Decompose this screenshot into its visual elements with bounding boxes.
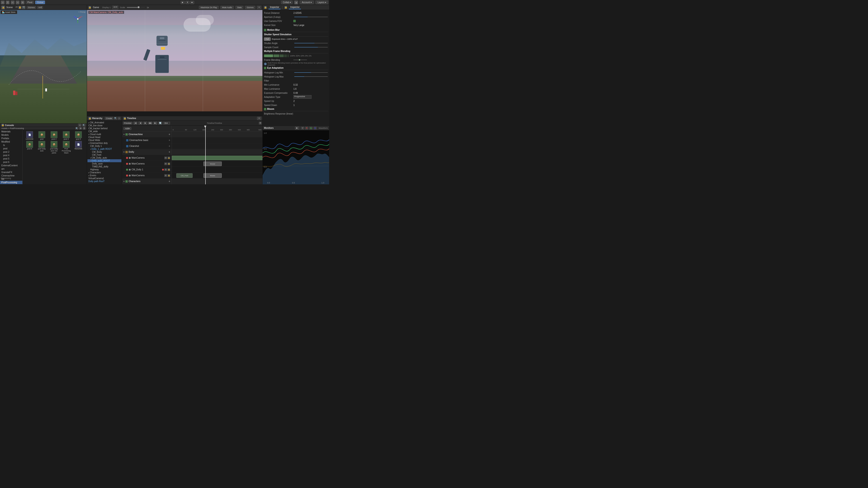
folder-granste[interactable]: GransteFX xyxy=(0,170,22,174)
hier-cm-body[interactable]: CM_Body xyxy=(88,151,121,153)
folder-am[interactable]: am xyxy=(0,167,22,170)
gizmos-button[interactable]: Gizmos xyxy=(27,6,36,9)
histogram-log-max-slider[interactable] xyxy=(294,76,328,77)
stats-button[interactable]: Stats xyxy=(236,6,243,9)
add-track-button[interactable]: Add▾ xyxy=(123,127,131,130)
account-button[interactable]: Account ▾ xyxy=(300,1,314,4)
folder-external[interactable]: ExternalContent xyxy=(0,164,22,167)
tl-play-prev-button[interactable]: ◀ xyxy=(138,122,143,125)
track-cinem-basic-add[interactable]: + xyxy=(168,139,170,142)
mute-audio-button[interactable]: Mute Audio xyxy=(220,6,234,9)
hier-cm-tracker[interactable]: CM_tracker behind xyxy=(88,127,121,130)
file-post4[interactable]: 📦 post 4 xyxy=(61,131,72,140)
kernel-size-value[interactable]: Very Large xyxy=(293,24,304,26)
eye-adaptation-checkbox[interactable]: ✓ xyxy=(264,67,266,69)
track-maincam3-mute[interactable]: M xyxy=(164,174,167,177)
hier-cloud-wide[interactable]: Cloud Wide xyxy=(88,139,121,142)
global-button[interactable]: Global xyxy=(35,1,45,4)
file-post[interactable]: 📦 post xyxy=(36,131,48,140)
shutter-angle-slider[interactable] xyxy=(294,43,328,43)
hier-dolly1-path-root[interactable]: ▾Dolly_1_path ROOT xyxy=(88,148,121,151)
hier-dolly-auto[interactable]: Dolly_auto xyxy=(88,162,121,165)
frame-counter[interactable]: 304 xyxy=(163,122,170,125)
tl-settings-icon[interactable]: ⚙ xyxy=(259,122,261,125)
hierarchy-create-button[interactable]: Create xyxy=(105,117,113,120)
folder-post[interactable]: post xyxy=(0,147,22,150)
hier-dolly-auto-root[interactable]: ▾Dolly_auto_ROOT xyxy=(88,159,121,162)
scene-all-button[interactable]: ≡All xyxy=(37,6,43,9)
step-button[interactable]: ⏭ xyxy=(190,1,194,4)
tl-clip-maincam2-muted[interactable]: Muted xyxy=(204,162,221,166)
track-maincam1-mute[interactable]: M xyxy=(164,157,167,159)
folder-models[interactable]: Models xyxy=(0,133,22,137)
max-luminance-value[interactable]: 1.6 xyxy=(293,88,297,90)
hier-cm-wide[interactable]: CM_wide xyxy=(88,130,121,133)
channel-y-btn[interactable]: Y xyxy=(301,127,304,129)
hier-cm-feet[interactable]: CM_Feet xyxy=(88,153,121,156)
tl-play-next-button[interactable]: ▶▶ xyxy=(148,122,152,125)
hierarchy-search-icon[interactable]: 🔍 xyxy=(114,117,117,120)
bloom-checkbox[interactable]: ✓ xyxy=(264,108,266,110)
game-gizmos-button[interactable]: Gizmos xyxy=(245,6,255,9)
speed-up-value[interactable]: 2 xyxy=(293,100,295,102)
collab-button[interactable]: Collab ▾ xyxy=(281,1,292,4)
hier-enviro[interactable]: ▸Enviro xyxy=(88,174,121,177)
folder-post4[interactable]: post 4 xyxy=(0,154,22,157)
asset-store-tab[interactable]: 🏪 Asset Store xyxy=(0,10,17,14)
tl-clip-maincam3-muted[interactable]: Muted xyxy=(204,173,221,178)
track-characters-add[interactable]: + xyxy=(168,180,170,183)
file-post5[interactable]: 📦 post 5 xyxy=(73,131,84,140)
tl-clip-maincam1[interactable] xyxy=(172,156,262,160)
console-clear-icon[interactable]: ✕ xyxy=(78,124,81,127)
tl-clip-cm-feet[interactable]: CM_Feet xyxy=(176,173,193,178)
track-cinemachine-add[interactable]: + xyxy=(168,133,170,136)
track-cm-dolly1-lock[interactable]: 🔒 xyxy=(167,168,170,171)
folder-cinemachine[interactable]: Cinemachine xyxy=(0,174,22,177)
aperture-slider[interactable] xyxy=(294,17,328,17)
file-license[interactable]: 📄 LICENSE xyxy=(24,131,35,140)
shutter-full-button[interactable]: Full xyxy=(264,37,271,41)
hier-highway[interactable]: Highway xyxy=(88,168,121,171)
channel-b-btn[interactable]: B xyxy=(313,127,317,129)
tl-play-button[interactable]: ▶ xyxy=(143,122,147,125)
hier-characters[interactable]: ▸Characters xyxy=(88,171,121,174)
track-maincam2-mute[interactable]: M xyxy=(164,162,167,165)
hier-cinemachine-dolly[interactable]: ▾Cinemachine doly xyxy=(88,142,121,144)
file-post6[interactable]: 📦 post 6 xyxy=(24,141,35,154)
motion-blur-checkbox[interactable]: ✓ xyxy=(264,29,266,31)
hier-cloud-multi[interactable]: ▸Cloud multi xyxy=(88,133,121,136)
asset-search-icon[interactable]: 🔍 xyxy=(75,127,78,130)
file-post-dolly[interactable]: 📦 post dolly auto xyxy=(36,141,48,154)
hier-cm-low-close[interactable]: CM_low close xyxy=(88,124,121,127)
speed-down-value[interactable]: 1 xyxy=(293,104,295,106)
folder-post6[interactable]: post 6 xyxy=(0,160,22,164)
min-luminance-value[interactable]: 0.32 xyxy=(293,84,298,86)
focus-distance-value[interactable]: 2.42545 xyxy=(293,12,302,14)
track-maincam1-lock[interactable]: 🔒 xyxy=(167,157,170,159)
track-maincam2-lock[interactable]: 🔒 xyxy=(167,162,170,165)
tl-play-end-button[interactable]: ▶| xyxy=(153,122,157,125)
monitors-play-btn[interactable]: ▶ xyxy=(295,127,299,130)
track-cm-dolly1-record[interactable] xyxy=(162,169,164,170)
inspector-tab1[interactable]: Inspector xyxy=(269,5,281,9)
track-dolly-add[interactable]: + xyxy=(168,151,170,154)
adaptation-type-dropdown[interactable]: Progressive xyxy=(293,95,311,99)
settings-icon[interactable]: ⚙ xyxy=(21,1,24,4)
frame-blend-slider[interactable] xyxy=(293,60,307,60)
redo-icon[interactable]: ↪ xyxy=(16,1,20,4)
preview-button[interactable]: Preview xyxy=(123,122,132,125)
tl-play-start-button[interactable]: |◀ xyxy=(133,122,137,125)
hier-dolly-path-root[interactable]: Dolly path RooT xyxy=(88,180,121,183)
file-readme[interactable]: 📄 README xyxy=(73,141,84,154)
console-search-icon[interactable]: 🔍 xyxy=(82,124,86,127)
hier-cm-dolly-auto[interactable]: ▾CM_Dolly_auto xyxy=(88,156,121,159)
file-post2[interactable]: 📦 post 2 xyxy=(49,131,60,140)
cloud-icon[interactable]: ☁ xyxy=(294,1,298,4)
track-maincam3-lock[interactable]: 🔒 xyxy=(167,174,170,177)
aspect-dropdown[interactable]: 16:9 xyxy=(112,6,118,9)
channel-g-btn[interactable]: G xyxy=(309,127,313,129)
folder-modified[interactable]: Modified xyxy=(0,140,22,143)
scale-slider[interactable] xyxy=(127,7,145,8)
histogram-log-min-slider[interactable] xyxy=(294,72,328,73)
game-close-button[interactable]: ✕ xyxy=(257,6,261,9)
